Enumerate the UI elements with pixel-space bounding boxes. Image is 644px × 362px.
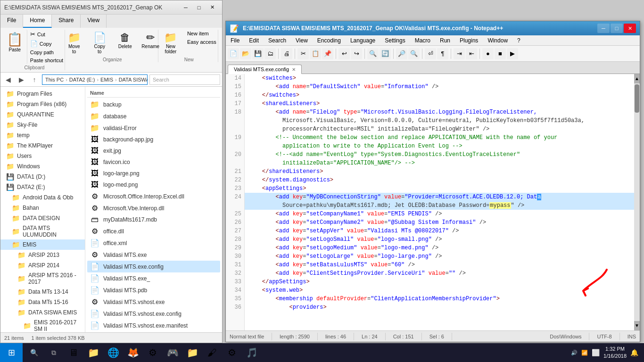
close-button[interactable]: ✕	[206, 3, 218, 12]
file-item-validasipdb[interactable]: 📄 Validasi MTS.pdb	[87, 284, 220, 296]
taskbar-files[interactable]: 📁	[183, 343, 202, 362]
file-item-msvbe[interactable]: ⚙ Microsoft.Vbe.Interop.dll	[87, 202, 220, 214]
delete-button[interactable]: 🗑 Delete	[113, 30, 137, 51]
toolbar-redo[interactable]: ↪	[351, 48, 362, 59]
action-center-icon[interactable]: 🔔	[630, 349, 638, 356]
menu-window[interactable]: Window	[483, 36, 512, 45]
tab-close-icon[interactable]: ✕	[292, 67, 296, 72]
sidebar-item-kmplayer[interactable]: 📁 The KMPlayer	[0, 140, 85, 151]
sidebar-item-users[interactable]: 📁 Users	[0, 151, 85, 161]
battery-icon[interactable]: ⬜	[592, 349, 600, 356]
file-item-mydata[interactable]: 🗃 myDataMts1617.mdb	[87, 214, 220, 225]
tab-file[interactable]: File	[0, 15, 23, 28]
taskbar-tools[interactable]: ⚙	[223, 343, 241, 362]
tab-home[interactable]: Home	[23, 15, 52, 28]
copyto-button[interactable]: 📄 Copyto	[88, 30, 111, 56]
moveto-button[interactable]: 📁 Moveto	[62, 30, 86, 56]
menu-search[interactable]: Search	[264, 36, 291, 45]
newfolder-button[interactable]: 📁 Newfolder	[159, 30, 182, 56]
menu-plugins[interactable]: Plugins	[455, 36, 483, 45]
sidebar-item-datasiswaemis[interactable]: 📁 DATA SISWA EMIS	[0, 307, 85, 318]
paste-button[interactable]: 📋 Paste	[3, 30, 27, 64]
npp-minimize[interactable]: ─	[597, 24, 610, 33]
maximize-button[interactable]: □	[193, 3, 205, 12]
menu-language[interactable]: Language	[346, 36, 380, 45]
toolbar-unindent[interactable]: ⇤	[466, 48, 477, 59]
sidebar-item-arsip2014[interactable]: 📁 ARSIP 2014	[0, 260, 85, 271]
start-button[interactable]: ⊞	[0, 343, 23, 362]
volume-icon[interactable]: 🔊	[571, 350, 578, 356]
toolbar-replace[interactable]: 🔄	[380, 48, 391, 59]
taskbar-paint[interactable]: 🖌	[203, 343, 222, 362]
scroll-thumb[interactable]	[635, 84, 639, 113]
taskbar-taskview[interactable]: ⧉	[44, 343, 63, 362]
npp-close[interactable]: ✕	[624, 24, 636, 33]
sidebar-item-arsip2013[interactable]: 📁 ARSIP 2013	[0, 250, 85, 260]
menu-settings[interactable]: Settings	[380, 36, 410, 45]
taskbar-cortana[interactable]: 🔍	[25, 343, 43, 362]
taskbar-media[interactable]: 🎵	[242, 343, 261, 362]
file-item-officedll[interactable]: ⚙ office.dll	[87, 225, 220, 237]
tab-share[interactable]: Share	[52, 15, 81, 28]
toolbar-macro1[interactable]: ●	[482, 48, 494, 59]
sidebar-item-datamts1314[interactable]: 📁 Data MTs 13-14	[0, 287, 85, 297]
sidebar-item-bahan[interactable]: 📁 Bahan	[0, 203, 85, 213]
sidebar-item-datamts[interactable]: 📁 DATA MTS ULUMUDDIN	[0, 223, 85, 239]
taskbar-game[interactable]: 🎮	[163, 343, 182, 362]
network-icon[interactable]: 📶	[581, 350, 588, 356]
toolbar-wordwrap[interactable]: ⏎	[425, 48, 436, 59]
tab-view[interactable]: View	[81, 15, 107, 28]
toolbar-print[interactable]: 🖨	[281, 48, 292, 59]
forward-button[interactable]: ▶	[16, 74, 27, 85]
file-item-validasierror[interactable]: 📁 validasi-Error	[87, 122, 220, 134]
toolbar-new[interactable]: 📄	[228, 48, 239, 59]
file-item-logomed[interactable]: 🖼 logo-med.png	[87, 179, 220, 190]
sidebar-item-datamts1516[interactable]: 📁 Data MTs 15-16	[0, 297, 85, 307]
toolbar-macro2[interactable]: ■	[495, 48, 506, 59]
menu-help[interactable]: ?	[512, 36, 525, 45]
sidebar-item-android[interactable]: 📁 Android Data & Obb	[0, 192, 85, 203]
toolbar-save[interactable]: 💾	[252, 48, 264, 59]
copy-button[interactable]: 📄 Copy	[27, 39, 66, 48]
sidebar-item-arsip2016[interactable]: 📁 ARSIP MTS 2016 - 2017	[0, 271, 85, 287]
file-item-database[interactable]: 📁 database	[87, 110, 220, 122]
toolbar-undo[interactable]: ↩	[339, 48, 350, 59]
file-item-bgapp[interactable]: 🖼 background-app.jpg	[87, 134, 220, 145]
taskbar-clock[interactable]: 1:32 PM 1/16/2018	[603, 346, 627, 360]
taskbar-fileexplorer[interactable]: 📁	[84, 343, 103, 362]
menu-edit[interactable]: Edit	[244, 36, 264, 45]
file-item-logolarge[interactable]: 🖼 logo-large.png	[87, 168, 220, 179]
file-item-backup[interactable]: 📁 backup	[87, 99, 220, 110]
taskbar-settings[interactable]: ⚙	[143, 343, 162, 362]
vertical-scrollbar[interactable]: ▲ ▼	[634, 74, 640, 330]
editor-content[interactable]: <switches> <add name="DefaultSwitch" val…	[245, 74, 634, 330]
toolbar-zoomout[interactable]: 🔍	[408, 48, 420, 59]
sidebar-item-quarantine[interactable]: 📁 QUARANTINE	[0, 109, 85, 120]
menu-macro[interactable]: Macro	[410, 36, 435, 45]
taskbar-ie[interactable]: 🖥	[64, 343, 83, 362]
scroll-up[interactable]: ▲	[634, 74, 640, 83]
sidebar-item-emis[interactable]: 📁 EMIS	[0, 239, 85, 250]
sidebar-item-programfiles86[interactable]: 📁 Program Files (x86)	[0, 99, 85, 109]
copy-path-button[interactable]: Copy path	[27, 49, 66, 56]
toolbar-macro3[interactable]: ▶	[507, 48, 518, 59]
menu-file[interactable]: File	[226, 36, 244, 45]
file-item-validasiconfig[interactable]: 📄 Validasi MTS.exe.config	[87, 261, 220, 272]
scroll-down[interactable]: ▼	[634, 321, 640, 330]
up-button[interactable]: ↑	[29, 74, 40, 85]
back-button[interactable]: ◀	[2, 74, 14, 85]
menu-run[interactable]: Run	[435, 36, 455, 45]
toolbar-allchars[interactable]: ¶	[437, 48, 448, 59]
minimize-button[interactable]: ─	[180, 3, 192, 12]
toolbar-find[interactable]: 🔍	[367, 48, 379, 59]
sidebar-item-temp[interactable]: 📁 temp	[0, 130, 85, 140]
file-item-validasiexe2[interactable]: 📄 Validasi MTS.exe_	[87, 272, 220, 284]
file-item-vshost[interactable]: ⚙ Validasi MTS.vshost.exe	[87, 296, 220, 308]
tab-validasiconfig[interactable]: Validasi MTS.exe.config ✕	[228, 65, 302, 74]
file-item-exit[interactable]: 🖼 exit.jpg	[87, 145, 220, 156]
taskbar-chrome[interactable]: 🌐	[104, 343, 123, 362]
toolbar-paste[interactable]: 📌	[322, 48, 333, 59]
toolbar-zoomin[interactable]: 🔎	[396, 48, 407, 59]
newitem-button[interactable]: New item	[184, 30, 219, 37]
sidebar-item-windows[interactable]: 📁 Windows	[0, 161, 85, 172]
